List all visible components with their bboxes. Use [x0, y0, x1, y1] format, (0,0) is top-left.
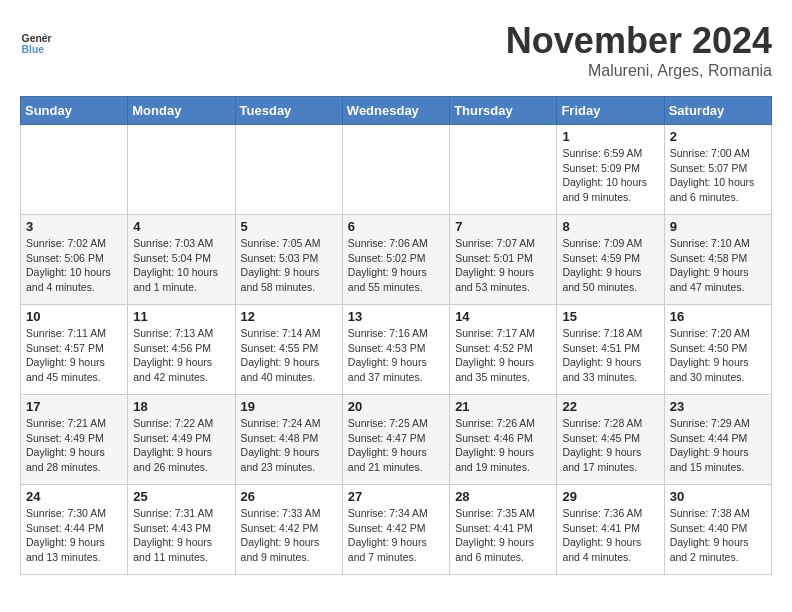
day-number: 8 — [562, 219, 658, 234]
day-info: Sunrise: 7:06 AM Sunset: 5:02 PM Dayligh… — [348, 236, 444, 295]
day-number: 29 — [562, 489, 658, 504]
day-info: Sunrise: 7:21 AM Sunset: 4:49 PM Dayligh… — [26, 416, 122, 475]
day-info: Sunrise: 7:29 AM Sunset: 4:44 PM Dayligh… — [670, 416, 766, 475]
day-number: 12 — [241, 309, 337, 324]
day-info: Sunrise: 7:34 AM Sunset: 4:42 PM Dayligh… — [348, 506, 444, 565]
calendar-cell: 10Sunrise: 7:11 AM Sunset: 4:57 PM Dayli… — [21, 305, 128, 395]
calendar-cell: 4Sunrise: 7:03 AM Sunset: 5:04 PM Daylig… — [128, 215, 235, 305]
calendar-cell: 7Sunrise: 7:07 AM Sunset: 5:01 PM Daylig… — [450, 215, 557, 305]
day-info: Sunrise: 7:28 AM Sunset: 4:45 PM Dayligh… — [562, 416, 658, 475]
calendar-cell: 21Sunrise: 7:26 AM Sunset: 4:46 PM Dayli… — [450, 395, 557, 485]
day-info: Sunrise: 7:14 AM Sunset: 4:55 PM Dayligh… — [241, 326, 337, 385]
logo: General Blue — [20, 26, 52, 58]
day-info: Sunrise: 7:02 AM Sunset: 5:06 PM Dayligh… — [26, 236, 122, 295]
day-info: Sunrise: 7:31 AM Sunset: 4:43 PM Dayligh… — [133, 506, 229, 565]
day-number: 16 — [670, 309, 766, 324]
day-number: 30 — [670, 489, 766, 504]
calendar-cell: 2Sunrise: 7:00 AM Sunset: 5:07 PM Daylig… — [664, 125, 771, 215]
day-info: Sunrise: 7:09 AM Sunset: 4:59 PM Dayligh… — [562, 236, 658, 295]
day-number: 3 — [26, 219, 122, 234]
day-number: 17 — [26, 399, 122, 414]
calendar-week-1: 1Sunrise: 6:59 AM Sunset: 5:09 PM Daylig… — [21, 125, 772, 215]
calendar-cell: 25Sunrise: 7:31 AM Sunset: 4:43 PM Dayli… — [128, 485, 235, 575]
day-number: 27 — [348, 489, 444, 504]
day-number: 6 — [348, 219, 444, 234]
day-number: 28 — [455, 489, 551, 504]
day-info: Sunrise: 7:05 AM Sunset: 5:03 PM Dayligh… — [241, 236, 337, 295]
day-number: 4 — [133, 219, 229, 234]
day-info: Sunrise: 7:00 AM Sunset: 5:07 PM Dayligh… — [670, 146, 766, 205]
weekday-header-saturday: Saturday — [664, 97, 771, 125]
day-info: Sunrise: 7:07 AM Sunset: 5:01 PM Dayligh… — [455, 236, 551, 295]
svg-text:Blue: Blue — [22, 44, 45, 55]
calendar-week-2: 3Sunrise: 7:02 AM Sunset: 5:06 PM Daylig… — [21, 215, 772, 305]
calendar-cell: 11Sunrise: 7:13 AM Sunset: 4:56 PM Dayli… — [128, 305, 235, 395]
day-info: Sunrise: 7:11 AM Sunset: 4:57 PM Dayligh… — [26, 326, 122, 385]
calendar-cell — [342, 125, 449, 215]
day-info: Sunrise: 7:20 AM Sunset: 4:50 PM Dayligh… — [670, 326, 766, 385]
calendar-week-4: 17Sunrise: 7:21 AM Sunset: 4:49 PM Dayli… — [21, 395, 772, 485]
day-info: Sunrise: 7:03 AM Sunset: 5:04 PM Dayligh… — [133, 236, 229, 295]
day-info: Sunrise: 7:24 AM Sunset: 4:48 PM Dayligh… — [241, 416, 337, 475]
calendar-cell: 28Sunrise: 7:35 AM Sunset: 4:41 PM Dayli… — [450, 485, 557, 575]
weekday-header-row: SundayMondayTuesdayWednesdayThursdayFrid… — [21, 97, 772, 125]
day-info: Sunrise: 7:38 AM Sunset: 4:40 PM Dayligh… — [670, 506, 766, 565]
day-number: 25 — [133, 489, 229, 504]
calendar-header: SundayMondayTuesdayWednesdayThursdayFrid… — [21, 97, 772, 125]
weekday-header-sunday: Sunday — [21, 97, 128, 125]
calendar-cell: 6Sunrise: 7:06 AM Sunset: 5:02 PM Daylig… — [342, 215, 449, 305]
calendar-body: 1Sunrise: 6:59 AM Sunset: 5:09 PM Daylig… — [21, 125, 772, 575]
calendar-cell: 17Sunrise: 7:21 AM Sunset: 4:49 PM Dayli… — [21, 395, 128, 485]
day-number: 24 — [26, 489, 122, 504]
title-block: November 2024 Malureni, Arges, Romania — [506, 20, 772, 80]
month-title: November 2024 — [506, 20, 772, 62]
calendar-cell: 29Sunrise: 7:36 AM Sunset: 4:41 PM Dayli… — [557, 485, 664, 575]
calendar-cell: 5Sunrise: 7:05 AM Sunset: 5:03 PM Daylig… — [235, 215, 342, 305]
day-number: 11 — [133, 309, 229, 324]
header: General Blue November 2024 Malureni, Arg… — [20, 20, 772, 80]
day-info: Sunrise: 7:36 AM Sunset: 4:41 PM Dayligh… — [562, 506, 658, 565]
svg-text:General: General — [22, 33, 52, 44]
calendar-cell: 30Sunrise: 7:38 AM Sunset: 4:40 PM Dayli… — [664, 485, 771, 575]
calendar-cell: 13Sunrise: 7:16 AM Sunset: 4:53 PM Dayli… — [342, 305, 449, 395]
day-info: Sunrise: 7:18 AM Sunset: 4:51 PM Dayligh… — [562, 326, 658, 385]
weekday-header-monday: Monday — [128, 97, 235, 125]
day-info: Sunrise: 7:22 AM Sunset: 4:49 PM Dayligh… — [133, 416, 229, 475]
day-number: 13 — [348, 309, 444, 324]
calendar-cell — [21, 125, 128, 215]
weekday-header-tuesday: Tuesday — [235, 97, 342, 125]
weekday-header-wednesday: Wednesday — [342, 97, 449, 125]
calendar-week-5: 24Sunrise: 7:30 AM Sunset: 4:44 PM Dayli… — [21, 485, 772, 575]
calendar-cell: 24Sunrise: 7:30 AM Sunset: 4:44 PM Dayli… — [21, 485, 128, 575]
calendar-cell: 18Sunrise: 7:22 AM Sunset: 4:49 PM Dayli… — [128, 395, 235, 485]
day-number: 18 — [133, 399, 229, 414]
calendar-cell: 9Sunrise: 7:10 AM Sunset: 4:58 PM Daylig… — [664, 215, 771, 305]
day-number: 23 — [670, 399, 766, 414]
day-number: 10 — [26, 309, 122, 324]
subtitle: Malureni, Arges, Romania — [506, 62, 772, 80]
day-info: Sunrise: 7:26 AM Sunset: 4:46 PM Dayligh… — [455, 416, 551, 475]
calendar-cell — [235, 125, 342, 215]
day-number: 5 — [241, 219, 337, 234]
calendar-cell: 12Sunrise: 7:14 AM Sunset: 4:55 PM Dayli… — [235, 305, 342, 395]
day-number: 26 — [241, 489, 337, 504]
calendar-table: SundayMondayTuesdayWednesdayThursdayFrid… — [20, 96, 772, 575]
weekday-header-thursday: Thursday — [450, 97, 557, 125]
calendar-cell: 3Sunrise: 7:02 AM Sunset: 5:06 PM Daylig… — [21, 215, 128, 305]
calendar-cell — [450, 125, 557, 215]
day-number: 21 — [455, 399, 551, 414]
day-info: Sunrise: 7:33 AM Sunset: 4:42 PM Dayligh… — [241, 506, 337, 565]
day-number: 1 — [562, 129, 658, 144]
day-number: 15 — [562, 309, 658, 324]
calendar-cell: 23Sunrise: 7:29 AM Sunset: 4:44 PM Dayli… — [664, 395, 771, 485]
calendar-cell: 1Sunrise: 6:59 AM Sunset: 5:09 PM Daylig… — [557, 125, 664, 215]
day-info: Sunrise: 7:10 AM Sunset: 4:58 PM Dayligh… — [670, 236, 766, 295]
calendar-cell: 8Sunrise: 7:09 AM Sunset: 4:59 PM Daylig… — [557, 215, 664, 305]
day-number: 14 — [455, 309, 551, 324]
calendar-cell: 14Sunrise: 7:17 AM Sunset: 4:52 PM Dayli… — [450, 305, 557, 395]
weekday-header-friday: Friday — [557, 97, 664, 125]
calendar-cell: 27Sunrise: 7:34 AM Sunset: 4:42 PM Dayli… — [342, 485, 449, 575]
calendar-cell: 15Sunrise: 7:18 AM Sunset: 4:51 PM Dayli… — [557, 305, 664, 395]
calendar-cell: 20Sunrise: 7:25 AM Sunset: 4:47 PM Dayli… — [342, 395, 449, 485]
day-number: 19 — [241, 399, 337, 414]
